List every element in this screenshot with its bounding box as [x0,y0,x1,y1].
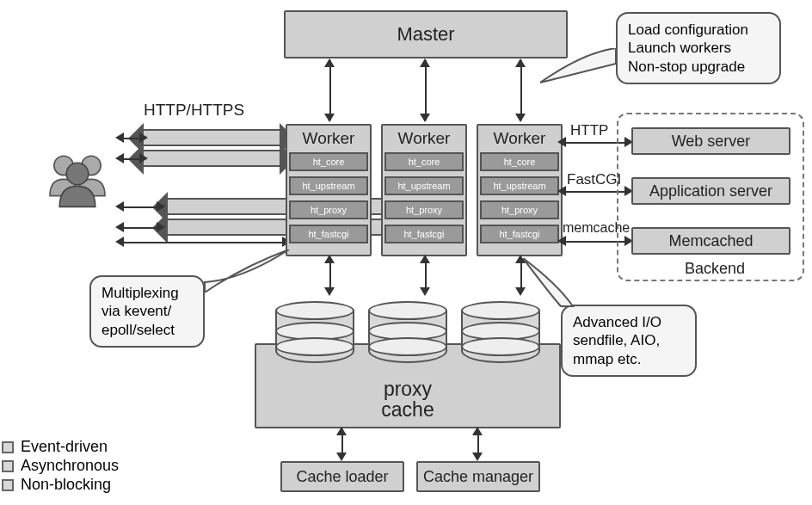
legend: Event-driven Asynchronous Non-blocking [2,437,119,495]
legend-square-icon [2,479,14,491]
callout-line: Non-stop upgrade [628,58,769,76]
memcached-box: Memcached [631,227,790,255]
http-https-label: HTTP/HTTPS [144,101,244,120]
callout-line: sendfile, AIO, [573,331,685,349]
arrowhead [420,255,430,263]
arrowhead [115,132,124,143]
app-server-box: Application server [631,177,790,205]
worker-module: ht_fastcgi [289,225,368,243]
arrowhead [515,287,526,296]
worker-title: Worker [398,129,451,148]
legend-square-icon [2,460,14,472]
legend-label: Non-blocking [21,476,111,494]
arrowhead [139,153,148,163]
legend-item: Non-blocking [2,476,119,494]
arrowhead [472,427,483,435]
callout-line: mmap etc. [573,350,685,368]
arrowhead [420,59,430,67]
worker-module: ht_core [289,152,368,171]
worker-box-2: Worker ht_core ht_upstream ht_proxy ht_f… [381,124,467,256]
cache-loader-box: Cache loader [280,461,404,492]
callout-line: Multiplexing [102,284,193,302]
arrowhead [420,114,430,122]
worker-module: ht_fastcgi [384,225,464,243]
wide-arrow-top1 [142,129,281,146]
arrowhead [420,287,430,296]
arrowhead [157,201,165,212]
arrowhead [515,59,526,67]
arrowhead [115,237,124,247]
backend-title: Backend [685,260,745,278]
callout-tail-svg [540,48,626,91]
arrow-master-worker1 [329,60,331,120]
http-label: HTTP [570,122,608,139]
worker-module: ht_proxy [289,200,368,219]
web-server-box: Web server [631,127,790,155]
arrowhead [557,236,566,246]
arrowhead [324,114,335,122]
arrowhead [139,132,148,143]
worker-box-1: Worker ht_core ht_upstream ht_proxy ht_f… [286,124,372,256]
cache-cylinder-3 [461,301,540,368]
fastcgi-label: FastCGI [567,171,621,188]
arrowhead [472,453,483,461]
arrowhead [557,186,566,196]
arrowhead [336,427,347,435]
worker-module: ht_core [480,152,559,171]
mux-callout: Multiplexing via kevent/ epoll/select [89,275,205,348]
legend-item: Asynchronous [2,457,119,475]
arrowhead [157,222,165,232]
arrowhead [324,255,335,263]
arrow-master-worker3 [520,60,522,120]
callout-line: Launch workers [628,39,769,57]
thin-arrow [122,206,160,208]
legend-label: Event-driven [21,438,108,456]
svg-point-2 [66,163,89,185]
thin-arrow [122,242,286,243]
worker-module: ht_proxy [384,200,464,219]
legend-square-icon [2,441,14,453]
worker-module: ht_upstream [289,176,368,195]
arrowhead [115,153,124,163]
worker-module: ht_upstream [480,176,559,195]
cache-cylinder-1 [275,301,354,368]
worker-module: ht_proxy [480,200,559,219]
worker-module: ht_upstream [384,176,464,195]
worker-module: ht_core [384,152,464,171]
arrowhead [115,201,124,212]
proxy-label: proxy [384,379,432,399]
arrowhead [515,114,526,122]
arrowhead [515,255,526,263]
worker-module: ht_fastcgi [480,225,559,243]
cache-cylinder-2 [368,301,447,368]
arrowhead [336,453,347,461]
worker-box-3: Worker ht_core ht_upstream ht_proxy ht_f… [477,124,563,256]
legend-item: Event-driven [2,438,119,456]
arrowhead [324,287,335,296]
cache-label: cache [381,399,434,420]
arrow-master-worker2 [425,60,427,120]
arrowhead [324,59,335,67]
cache-manager-box: Cache manager [416,461,540,492]
arrowhead [557,137,566,147]
master-callout: Load configuration Launch workers Non-st… [616,12,781,84]
master-box: Master [284,10,568,59]
callout-tail-svg [200,249,294,293]
legend-label: Asynchronous [21,457,119,475]
worker-title: Worker [303,129,355,148]
callout-line: Load configuration [628,21,769,39]
worker-title: Worker [494,129,546,148]
callout-line: epoll/select [102,321,193,339]
arrowhead [115,222,124,232]
wide-arrow-top2 [142,150,281,167]
callout-line: via kevent/ [102,302,193,320]
thin-arrow [122,227,160,229]
callout-line: Advanced I/O [573,313,685,331]
users-icon [43,146,112,215]
